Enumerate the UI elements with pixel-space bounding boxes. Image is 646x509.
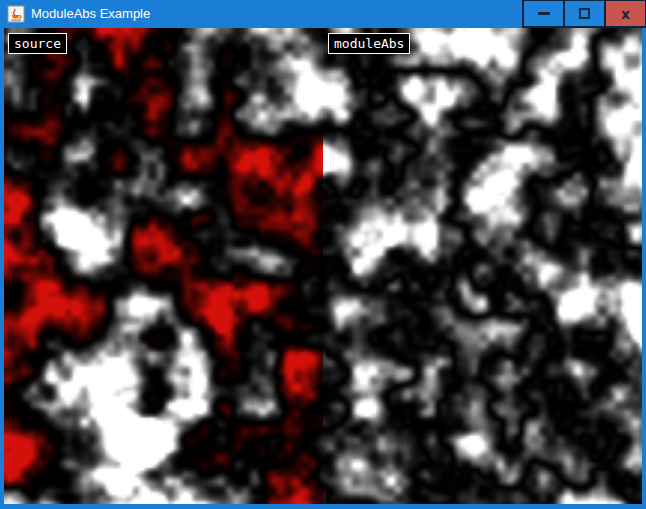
window-title: ModuleAbs Example xyxy=(31,0,150,28)
maximize-button[interactable] xyxy=(565,1,604,26)
maximize-icon xyxy=(579,8,590,19)
close-icon: x xyxy=(621,7,630,21)
source-label: source xyxy=(8,33,67,54)
window-controls: x xyxy=(522,0,646,28)
close-button[interactable]: x xyxy=(606,1,645,26)
titlebar[interactable]: ModuleAbs Example x xyxy=(0,0,646,28)
render-area: source moduleAbs xyxy=(4,28,642,504)
moduleabs-label: moduleAbs xyxy=(328,33,410,54)
minimize-button[interactable] xyxy=(524,1,563,26)
java-coffee-cup-icon xyxy=(7,5,25,23)
app-window: ModuleAbs Example x source moduleAbs xyxy=(0,0,646,509)
minimize-icon xyxy=(538,12,550,15)
moduleabs-noise-image xyxy=(323,28,642,504)
source-noise-image xyxy=(4,28,323,504)
